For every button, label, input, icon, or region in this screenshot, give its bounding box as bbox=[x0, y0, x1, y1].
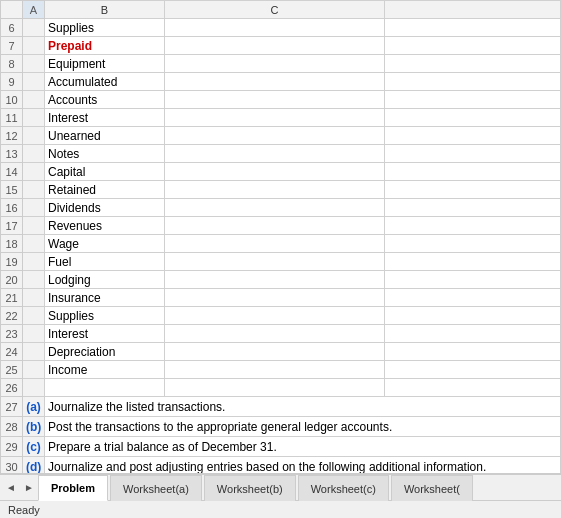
task-row[interactable]: 29(c)Prepare a trial balance as of Decem… bbox=[1, 437, 561, 457]
table-row[interactable]: 19Fuel bbox=[1, 253, 561, 271]
cell-b[interactable]: Dividends bbox=[45, 199, 165, 217]
cell-d[interactable] bbox=[385, 199, 561, 217]
cell-a[interactable] bbox=[23, 127, 45, 145]
cell-a[interactable] bbox=[23, 271, 45, 289]
cell-b[interactable]: Equipment bbox=[45, 55, 165, 73]
cell-a[interactable] bbox=[23, 325, 45, 343]
cell-a[interactable] bbox=[23, 91, 45, 109]
cell-d[interactable] bbox=[385, 217, 561, 235]
cell-a[interactable] bbox=[23, 217, 45, 235]
task-row[interactable]: 28(b)Post the transactions to the approp… bbox=[1, 417, 561, 437]
table-row[interactable]: 21Insurance bbox=[1, 289, 561, 307]
cell-b[interactable]: Capital bbox=[45, 163, 165, 181]
cell-b[interactable]: Unearned bbox=[45, 127, 165, 145]
cell-b[interactable]: Notes bbox=[45, 145, 165, 163]
table-row[interactable]: 8Equipment bbox=[1, 55, 561, 73]
cell-b[interactable]: Interest bbox=[45, 109, 165, 127]
cell-d[interactable] bbox=[385, 91, 561, 109]
table-row[interactable]: 6Supplies bbox=[1, 19, 561, 37]
cell-d[interactable] bbox=[385, 145, 561, 163]
sheet-tab[interactable]: Worksheet(a) bbox=[110, 475, 202, 501]
table-row[interactable]: 23Interest bbox=[1, 325, 561, 343]
cell-c[interactable] bbox=[165, 37, 385, 55]
table-row[interactable]: 18Wage bbox=[1, 235, 561, 253]
cell-a[interactable] bbox=[23, 307, 45, 325]
cell-c[interactable] bbox=[165, 325, 385, 343]
cell-d[interactable] bbox=[385, 19, 561, 37]
cell-b[interactable]: Interest bbox=[45, 325, 165, 343]
cell-c[interactable] bbox=[165, 181, 385, 199]
cell-c[interactable] bbox=[165, 361, 385, 379]
table-row[interactable]: 25Income bbox=[1, 361, 561, 379]
cell-b[interactable]: Insurance bbox=[45, 289, 165, 307]
cell-a[interactable] bbox=[23, 55, 45, 73]
sheet-tab[interactable]: Worksheet(b) bbox=[204, 475, 296, 501]
cell-c[interactable] bbox=[165, 19, 385, 37]
cell-b[interactable]: Supplies bbox=[45, 307, 165, 325]
table-row[interactable]: 10Accounts bbox=[1, 91, 561, 109]
table-row[interactable]: 17Revenues bbox=[1, 217, 561, 235]
cell-b[interactable]: Supplies bbox=[45, 19, 165, 37]
cell-c[interactable] bbox=[165, 109, 385, 127]
cell-c[interactable] bbox=[165, 379, 385, 397]
col-b-header[interactable]: B bbox=[45, 1, 165, 19]
table-row[interactable]: 20Lodging bbox=[1, 271, 561, 289]
cell-a[interactable] bbox=[23, 253, 45, 271]
cell-b[interactable] bbox=[45, 379, 165, 397]
task-row[interactable]: 27(a)Journalize the listed transactions. bbox=[1, 397, 561, 417]
cell-a[interactable] bbox=[23, 181, 45, 199]
cell-d[interactable] bbox=[385, 181, 561, 199]
cell-a[interactable] bbox=[23, 199, 45, 217]
cell-d[interactable] bbox=[385, 289, 561, 307]
cell-a[interactable] bbox=[23, 73, 45, 91]
cell-c[interactable] bbox=[165, 235, 385, 253]
cell-b[interactable]: Revenues bbox=[45, 217, 165, 235]
col-d-header[interactable] bbox=[385, 1, 561, 19]
cell-c[interactable] bbox=[165, 289, 385, 307]
sheet-tab[interactable]: Worksheet( bbox=[391, 475, 473, 501]
cell-d[interactable] bbox=[385, 253, 561, 271]
cell-a[interactable] bbox=[23, 37, 45, 55]
cell-d[interactable] bbox=[385, 343, 561, 361]
tab-nav-left[interactable]: ◄ bbox=[2, 475, 20, 500]
cell-a[interactable] bbox=[23, 109, 45, 127]
cell-d[interactable] bbox=[385, 361, 561, 379]
cell-d[interactable] bbox=[385, 325, 561, 343]
cell-a[interactable] bbox=[23, 145, 45, 163]
table-row[interactable]: 26 bbox=[1, 379, 561, 397]
cell-d[interactable] bbox=[385, 271, 561, 289]
cell-a[interactable] bbox=[23, 235, 45, 253]
cell-d[interactable] bbox=[385, 109, 561, 127]
cell-d[interactable] bbox=[385, 163, 561, 181]
cell-a[interactable] bbox=[23, 163, 45, 181]
cell-b[interactable]: Income bbox=[45, 361, 165, 379]
table-row[interactable]: 22Supplies bbox=[1, 307, 561, 325]
cell-b[interactable]: Accounts bbox=[45, 91, 165, 109]
cell-c[interactable] bbox=[165, 163, 385, 181]
cell-b[interactable]: Retained bbox=[45, 181, 165, 199]
cell-c[interactable] bbox=[165, 271, 385, 289]
cell-b[interactable]: Prepaid bbox=[45, 37, 165, 55]
cell-c[interactable] bbox=[165, 55, 385, 73]
cell-d[interactable] bbox=[385, 55, 561, 73]
cell-c[interactable] bbox=[165, 217, 385, 235]
sheet-tab[interactable]: Problem bbox=[38, 475, 108, 501]
cell-b[interactable]: Lodging bbox=[45, 271, 165, 289]
table-row[interactable]: 14Capital bbox=[1, 163, 561, 181]
cell-a[interactable] bbox=[23, 19, 45, 37]
cell-c[interactable] bbox=[165, 145, 385, 163]
cell-d[interactable] bbox=[385, 37, 561, 55]
sheet-tab[interactable]: Worksheet(c) bbox=[298, 475, 389, 501]
tab-nav-right[interactable]: ► bbox=[20, 475, 38, 500]
cell-d[interactable] bbox=[385, 307, 561, 325]
table-row[interactable]: 9Accumulated bbox=[1, 73, 561, 91]
cell-b[interactable]: Depreciation bbox=[45, 343, 165, 361]
col-c-header[interactable]: C bbox=[165, 1, 385, 19]
cell-d[interactable] bbox=[385, 235, 561, 253]
cell-a[interactable] bbox=[23, 379, 45, 397]
table-row[interactable]: 16Dividends bbox=[1, 199, 561, 217]
cell-b[interactable]: Accumulated bbox=[45, 73, 165, 91]
cell-a[interactable] bbox=[23, 289, 45, 307]
cell-c[interactable] bbox=[165, 91, 385, 109]
cell-c[interactable] bbox=[165, 343, 385, 361]
